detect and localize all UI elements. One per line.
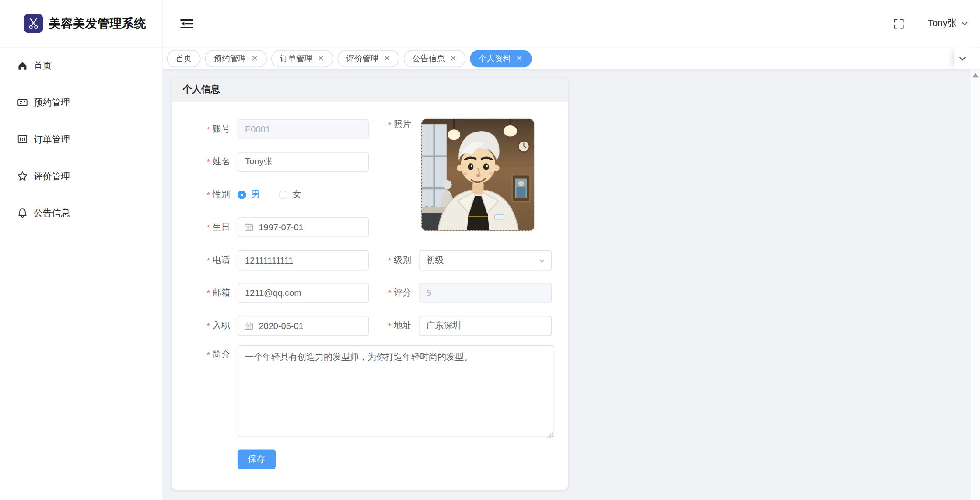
- chevron-down-icon: [961, 19, 969, 28]
- radio-dot-icon: [279, 191, 287, 199]
- chevron-down-icon: [958, 54, 967, 63]
- tab-close-icon[interactable]: ✕: [384, 54, 391, 62]
- tab-close-icon[interactable]: ✕: [318, 54, 325, 62]
- app-logo: [24, 14, 43, 33]
- account-label: * 账号: [172, 124, 230, 135]
- account-input: [238, 119, 369, 139]
- hire-date-input[interactable]: [238, 316, 369, 336]
- tab-label: 预约管理: [214, 53, 246, 64]
- name-row: * 姓名: [172, 152, 369, 172]
- sidebar-item-label: 评价管理: [34, 170, 70, 182]
- menu-fold-icon[interactable]: [180, 17, 193, 30]
- hire-date-row: * 入职: [172, 316, 369, 336]
- radio-dot-icon: [238, 191, 246, 199]
- topbar-right: Tony张: [893, 17, 969, 29]
- intro-label: * 简介: [172, 349, 230, 361]
- phone-input[interactable]: [238, 250, 369, 271]
- tab-bar: 首页 预约管理 ✕ 订单管理 ✕ 评价管理 ✕ 公告信息 ✕ 个人资料 ✕: [163, 48, 980, 69]
- save-button[interactable]: 保存: [238, 450, 276, 469]
- rating-row: * 评分: [359, 283, 552, 303]
- scissors-icon: [28, 17, 39, 29]
- tab-close-icon[interactable]: ✕: [450, 54, 457, 62]
- birthday-input[interactable]: [238, 217, 369, 237]
- email-label: * 邮箱: [172, 287, 230, 299]
- birthday-row: * 生日: [172, 217, 369, 237]
- sidebar-item-label: 订单管理: [34, 133, 70, 145]
- chevron-down-icon: [538, 257, 546, 265]
- gender-radio-female[interactable]: 女: [279, 189, 301, 201]
- sidebar-item-orders[interactable]: 订单管理: [0, 124, 162, 155]
- tab-label: 首页: [175, 53, 192, 64]
- tab-close-icon[interactable]: ✕: [251, 54, 258, 62]
- intro-textarea[interactable]: 一个年轻具有创造力的发型师，为你打造年轻时尚的发型。: [238, 345, 554, 437]
- tab-reservations[interactable]: 预约管理 ✕: [205, 50, 267, 67]
- vertical-scrollbar[interactable]: [971, 69, 980, 500]
- tab-orders[interactable]: 订单管理 ✕: [271, 50, 333, 67]
- gender-row: * 性别 男 女: [172, 185, 301, 205]
- sidebar-item-label: 首页: [34, 59, 52, 71]
- tab-close-icon[interactable]: ✕: [516, 54, 523, 62]
- email-row: * 邮箱: [172, 283, 369, 303]
- profile-card: 个人信息 * 账号 * 照片: [172, 78, 568, 490]
- calendar-icon: [245, 223, 253, 232]
- tab-options-dropdown[interactable]: [954, 48, 970, 69]
- tab-home[interactable]: 首页: [167, 50, 200, 67]
- reservation-card-icon: [17, 97, 28, 108]
- card-header: 个人信息: [172, 78, 568, 102]
- sidebar-menu: 首页 预约管理: [0, 48, 162, 229]
- fullscreen-icon[interactable]: [893, 18, 905, 29]
- stylist-avatar-illustration: [422, 119, 534, 230]
- tab-label: 评价管理: [346, 53, 378, 64]
- level-selected-value: 初级: [426, 255, 444, 266]
- rating-label: * 评分: [359, 287, 411, 299]
- hire-date-datepicker[interactable]: [238, 316, 369, 336]
- sidebar-item-reviews[interactable]: 评价管理: [0, 160, 162, 191]
- level-select[interactable]: 初级: [419, 250, 552, 271]
- tab-reviews[interactable]: 评价管理 ✕: [337, 50, 399, 67]
- user-menu[interactable]: Tony张: [928, 17, 969, 29]
- sidebar: 美容美发管理系统 首页: [0, 0, 163, 500]
- main-area: Tony张 首页 预约管理 ✕ 订单管理 ✕: [163, 0, 980, 500]
- tab-label: 公告信息: [412, 53, 444, 64]
- sidebar-item-announcements[interactable]: 公告信息: [0, 197, 162, 228]
- gender-radio-group: 男 女: [238, 189, 301, 201]
- birthday-datepicker[interactable]: [238, 217, 369, 237]
- level-label: * 级别: [359, 255, 411, 266]
- name-label: * 姓名: [172, 156, 230, 167]
- user-name: Tony张: [928, 17, 957, 29]
- email-input[interactable]: [238, 283, 369, 303]
- gender-label: * 性别: [172, 189, 230, 201]
- scroll-up-arrow-icon[interactable]: [973, 73, 979, 77]
- top-header: Tony张: [163, 0, 980, 48]
- photo-label: * 照片: [359, 119, 411, 131]
- app-logo-row: 美容美发管理系统: [0, 0, 162, 48]
- rating-input: [419, 283, 552, 303]
- intro-textarea-wrap: 一个年轻具有创造力的发型师，为你打造年轻时尚的发型。: [238, 345, 554, 437]
- order-ticket-icon: [17, 134, 28, 145]
- announcement-bell-icon: [17, 207, 28, 219]
- phone-label: * 电话: [172, 255, 230, 266]
- review-star-icon: [17, 170, 28, 182]
- tab-label: 个人资料: [479, 53, 511, 64]
- home-icon: [17, 60, 28, 71]
- app-title: 美容美发管理系统: [49, 15, 146, 31]
- gender-radio-male[interactable]: 男: [238, 189, 260, 201]
- tab-label: 订单管理: [280, 53, 312, 64]
- photo-row: * 照片: [359, 119, 411, 131]
- sidebar-item-reservations[interactable]: 预约管理: [0, 87, 162, 118]
- address-row: * 地址: [359, 316, 552, 336]
- birthday-label: * 生日: [172, 222, 230, 233]
- level-row: * 级别 初级: [359, 250, 552, 271]
- tab-announcements[interactable]: 公告信息 ✕: [403, 50, 465, 67]
- intro-label-row: * 简介: [172, 349, 230, 361]
- name-input[interactable]: [238, 152, 369, 172]
- content-area: 个人信息 * 账号 * 照片: [163, 69, 971, 500]
- app-root: 美容美发管理系统 首页: [0, 0, 980, 500]
- phone-row: * 电话: [172, 250, 369, 271]
- sidebar-item-home[interactable]: 首页: [0, 50, 162, 81]
- tab-profile-active[interactable]: 个人资料 ✕: [470, 50, 532, 67]
- calendar-icon: [245, 322, 253, 330]
- photo-upload[interactable]: [421, 118, 535, 231]
- sidebar-item-label: 公告信息: [34, 207, 70, 219]
- address-input[interactable]: [419, 316, 552, 336]
